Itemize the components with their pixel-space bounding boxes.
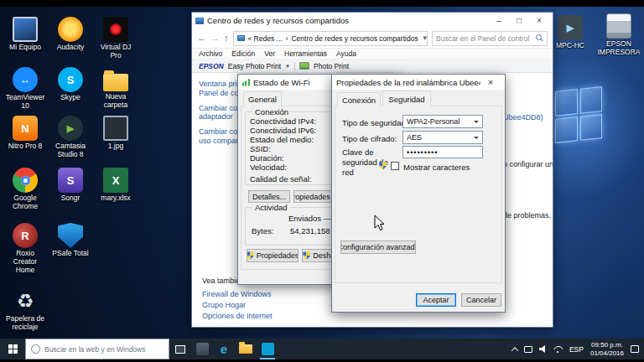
minimize-button[interactable]: – (489, 13, 509, 28)
advanced-settings-button[interactable]: Configuración avanzada (340, 240, 416, 254)
search-icon (536, 34, 543, 42)
tab-general[interactable]: General (243, 91, 282, 106)
desktop-icon-psafe[interactable]: PSafe Total (49, 223, 92, 258)
close-icon[interactable]: × (480, 75, 501, 90)
label-bytes: Bytes: (252, 226, 273, 235)
roxio-icon: R (13, 223, 38, 248)
tray-volume-icon[interactable] (539, 345, 547, 353)
tab-seguridad[interactable]: Seguridad (382, 90, 431, 106)
up-button[interactable]: ↑ (224, 34, 229, 43)
maximize-button[interactable]: □ (509, 13, 529, 28)
photo-print-icon (299, 62, 309, 70)
screen: Mi Equipo ↔ TeamViewer 10 N Nitro Pro 8 … (0, 0, 644, 362)
skype-icon: S (58, 67, 83, 92)
menu-ver[interactable]: Ver (264, 49, 275, 58)
group-label: Actividad (252, 203, 290, 212)
cipher-type-select[interactable]: AES (402, 131, 483, 144)
menu-ayuda[interactable]: Ayuda (336, 49, 356, 58)
taskbar: Buscar en la web y en Windows e ESP 09:5… (0, 339, 644, 359)
button-label: Propiedades (257, 251, 299, 260)
icon-label: TeamViewer 10 (3, 94, 47, 111)
folder-icon (103, 74, 128, 91)
image-file-icon (103, 116, 128, 141)
tab-conexion[interactable]: Conexión (337, 92, 381, 106)
desktop-icon-roxio[interactable]: R Roxio Creator Home (3, 223, 47, 274)
link-internet-options[interactable]: Opciones de Internet (202, 311, 273, 322)
cancel-button[interactable]: Cancelar (461, 293, 501, 307)
desktop-icon-audacity[interactable]: Audacity (49, 17, 92, 52)
menu-edicion[interactable]: Edición (231, 49, 255, 58)
details-button[interactable]: Detalles... (248, 190, 290, 203)
network-key-input[interactable]: ••••••••• (402, 146, 483, 158)
icon-glyph: R (21, 230, 29, 242)
taskbar-app-edge[interactable]: e (213, 339, 235, 359)
breadcrumb-parent[interactable]: « Redes ... (248, 34, 283, 43)
notification-center-icon[interactable] (631, 345, 639, 353)
taskbar-search-box[interactable]: Buscar en la web y en Windows (25, 339, 169, 359)
windows-hero-logo (555, 86, 602, 143)
uac-shield-icon (247, 251, 254, 260)
label-speed: Velocidad: (250, 163, 287, 172)
start-button[interactable] (0, 339, 25, 359)
close-button[interactable]: × (529, 13, 549, 28)
connection-link-fragment[interactable]: (Ubee4DD8) (501, 113, 543, 122)
taskbar-app-1[interactable] (191, 339, 213, 359)
properties-dialog-title-bar[interactable]: Propiedades de la red inalámbrica Ubee4D… (332, 75, 505, 90)
desktop-icon-songr[interactable]: S Songr (49, 168, 92, 203)
back-button[interactable]: ← (197, 34, 206, 43)
chrome-icon (13, 168, 38, 193)
label-ipv4: Conectividad IPv4: (250, 116, 316, 126)
printer-icon (606, 13, 631, 39)
ok-button[interactable]: Aceptar (416, 293, 456, 307)
desktop-icon-camtasia[interactable]: ▶ Camtasia Studio 8 (49, 116, 92, 159)
link-homegroup[interactable]: Grupo Hogar (202, 300, 273, 311)
icon-label: PSafe Total (49, 250, 92, 258)
show-characters-checkbox[interactable] (391, 162, 399, 170)
desktop-icon-skype[interactable]: S Skype (49, 67, 92, 102)
tray-wifi-icon[interactable] (553, 345, 563, 353)
control-panel-search-input[interactable]: Buscar en el Panel de control (432, 31, 548, 46)
desktop-icon-teamviewer[interactable]: ↔ TeamViewer 10 (3, 67, 47, 111)
icon-glyph: S (67, 74, 75, 86)
tray-language-indicator[interactable]: ESP (569, 345, 584, 354)
taskbar-app-file-explorer[interactable] (235, 339, 257, 359)
chevron-down-icon[interactable]: ▼ (285, 64, 290, 69)
network-window-title-bar[interactable]: Centro de redes y recursos compartidos –… (192, 13, 553, 28)
desktop-icon-recycle-bin[interactable]: ♻ Papelera de reciclaje (3, 288, 47, 332)
teamviewer-icon: ↔ (13, 67, 38, 92)
tray-clock[interactable]: 09:50 p.m. 01/04/2016 (590, 341, 624, 358)
desktop-icon-mpc-hc[interactable]: ▶ MPC-HC (548, 15, 592, 50)
icon-label: mary.xlsx (94, 194, 138, 203)
breadcrumb-current[interactable]: Centro de redes y recursos compartidos (291, 34, 418, 43)
label-cipher-type: Tipo de cifrado: (342, 134, 397, 143)
epson-toolbar: EPSON Easy Photo Print ▼ Photo Print (192, 59, 553, 73)
breadcrumb[interactable]: « Redes ... › Centro de redes y recursos… (233, 31, 428, 46)
setup-text-fragment: n configurar un (503, 160, 553, 168)
computer-icon (13, 17, 38, 42)
label-media-state: Estado del medio: (250, 135, 314, 144)
label-show-characters: Mostrar caracteres (403, 163, 470, 172)
desktop-icon-mi-equipo[interactable]: Mi Equipo (3, 17, 47, 52)
tray-expand-icon[interactable] (512, 347, 518, 354)
desktop-icon-mary-xlsx[interactable]: X mary.xlsx (94, 168, 138, 203)
desktop-icon-epson-impresora[interactable]: EPSON IMPRESORA (595, 13, 642, 57)
edge-icon: e (221, 343, 227, 355)
security-type-select[interactable]: WPA2-Personal (402, 115, 483, 128)
desktop-icon-1jpg[interactable]: 1.jpg (94, 116, 138, 151)
camtasia-icon: ▶ (58, 116, 83, 141)
forward-button[interactable]: → (210, 34, 220, 43)
properties-button[interactable]: Propiedades (247, 249, 299, 262)
task-view-button[interactable] (169, 339, 191, 359)
desktop-icon-virtualdj[interactable]: Virtual DJ Pro (94, 17, 138, 60)
epson-product-menu[interactable]: Easy Photo Print (228, 62, 281, 70)
tray-display-icon[interactable] (524, 346, 532, 353)
desktop-icon-nueva-carpeta[interactable]: Nueva carpeta (94, 67, 138, 110)
link-firewall[interactable]: Firewall de Windows (202, 289, 273, 300)
desktop-icon-chrome[interactable]: Google Chrome (3, 168, 47, 211)
taskbar-app-active[interactable] (257, 339, 278, 359)
menu-herramientas[interactable]: Herramientas (284, 49, 327, 58)
desktop-icon-nitro[interactable]: N Nitro Pro 8 (3, 116, 47, 151)
address-dropdown-icon[interactable]: ▼ (422, 34, 428, 42)
menu-archivo[interactable]: Archivo (199, 49, 222, 58)
photo-print-button[interactable]: Photo Print (314, 62, 349, 70)
